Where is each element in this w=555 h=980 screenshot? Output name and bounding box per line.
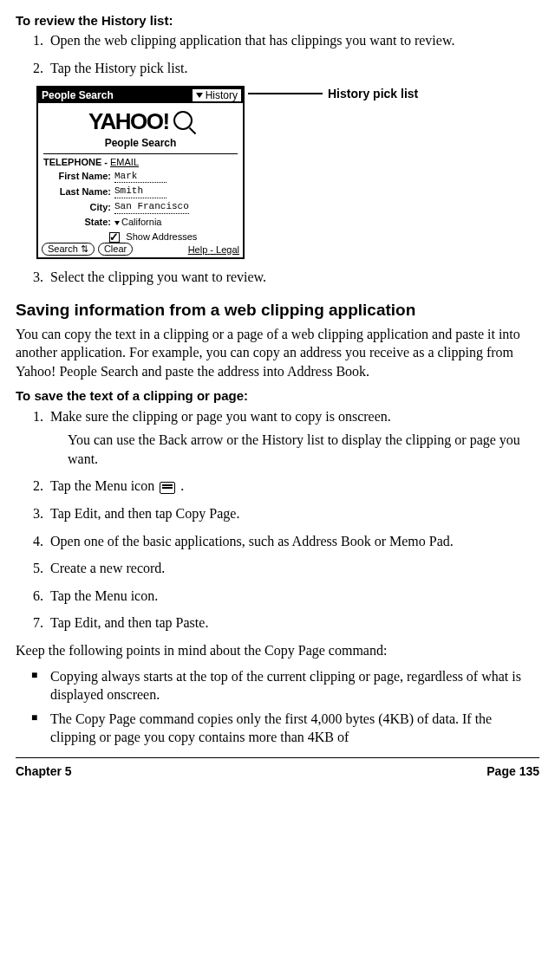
state-dropdown[interactable]: California	[114, 216, 161, 229]
last-name-label: Last Name:	[43, 185, 114, 198]
para-keep-in-mind: Keep the following points in mind about …	[16, 641, 539, 660]
figure-screenshot: People Search History YAHOO! People Sear…	[36, 86, 539, 259]
step-b1: Make sure the clipping or page you want …	[47, 407, 539, 469]
help-link[interactable]: Help	[188, 244, 208, 255]
state-label: State:	[43, 216, 114, 229]
step-b7: Tap Edit, and then tap Paste.	[47, 613, 539, 633]
search-button[interactable]: Search ⇅	[42, 243, 95, 256]
telephone-label: TELEPHONE	[43, 157, 101, 167]
palm-title-text: People Search	[38, 88, 182, 103]
first-name-field[interactable]: Mark	[114, 170, 166, 184]
legal-link[interactable]: Legal	[216, 244, 239, 255]
page-footer: Chapter 5 Page 135	[16, 757, 539, 789]
history-picklist[interactable]: History	[193, 89, 241, 101]
palm-screenshot: People Search History YAHOO! People Sear…	[36, 86, 245, 259]
step-a3: Select the clipping you want to review.	[47, 268, 539, 287]
palm-titlebar: People Search History	[38, 88, 243, 103]
bullet-1: Copying always starts at the top of the …	[31, 667, 539, 704]
footer-chapter: Chapter 5	[16, 763, 72, 780]
show-addresses-label: Show Addresses	[126, 231, 197, 242]
history-label: History	[206, 89, 238, 101]
show-addresses-checkbox[interactable]	[109, 232, 120, 243]
back-arrow-icon[interactable]	[184, 92, 189, 99]
step-b6: Tap the Menu icon.	[47, 587, 539, 606]
step-b3: Tap Edit, and then tap Copy Page.	[47, 504, 539, 523]
last-name-field[interactable]: Smith	[114, 185, 166, 198]
city-label: City:	[43, 201, 114, 214]
bullet-2: The Copy Page command copies only the fi…	[31, 710, 539, 747]
step-a1: Open the web clipping application that h…	[47, 31, 539, 50]
callout-history-picklist: History pick list	[328, 86, 418, 102]
yahoo-logo: YAHOO!	[88, 107, 169, 137]
heading-to-save: To save the text of a clipping or page:	[16, 387, 539, 405]
step-b4: Open one of the basic applications, such…	[47, 532, 539, 551]
people-search-subtitle: People Search	[38, 136, 243, 150]
heading-saving-info: Saving information from a web clipping a…	[16, 299, 539, 321]
menu-icon	[160, 482, 175, 494]
heading-review-history: To review the History list:	[16, 12, 539, 29]
city-field[interactable]: San Francisco	[114, 200, 189, 214]
para-saving-intro: You can copy the text in a clipping or a…	[16, 325, 539, 381]
telephone-email-row: TELEPHONE - EMAIL	[38, 156, 243, 169]
first-name-label: First Name:	[43, 170, 114, 183]
footer-page: Page 135	[486, 763, 539, 780]
chevron-down-icon	[114, 221, 120, 225]
email-link[interactable]: EMAIL	[110, 157, 139, 167]
step-b2: Tap the Menu icon .	[47, 477, 539, 496]
clear-button[interactable]: Clear	[98, 243, 133, 256]
step-a2: Tap the History pick list.	[47, 59, 539, 78]
search-icon	[173, 111, 193, 130]
step-b1-note: You can use the Back arrow or the Histor…	[68, 431, 539, 468]
step-b5: Create a new record.	[47, 559, 539, 578]
chevron-down-icon	[196, 93, 203, 98]
callout-line	[248, 93, 323, 94]
